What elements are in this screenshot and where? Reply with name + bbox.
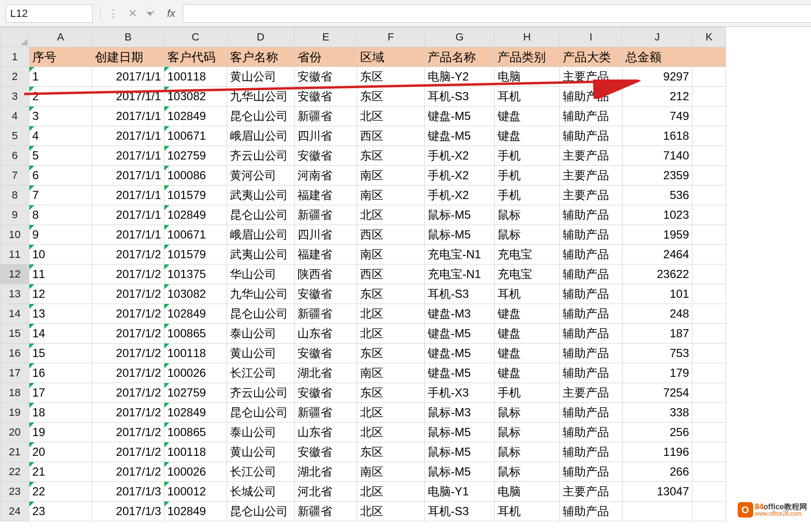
cell-I18[interactable]: 主要产品 xyxy=(560,383,622,403)
cell-J3[interactable]: 212 xyxy=(622,87,692,106)
cell-J14[interactable]: 248 xyxy=(622,304,692,324)
cell-J18[interactable]: 7254 xyxy=(622,383,692,403)
cell-C4[interactable]: 102849 xyxy=(164,106,227,126)
row-header-22[interactable]: 22 xyxy=(0,462,29,482)
row-header-17[interactable]: 17 xyxy=(0,363,29,383)
cell-D17[interactable]: 长江公司 xyxy=(227,363,295,383)
cell-G24[interactable]: 耳机-S3 xyxy=(425,502,495,521)
cell-H19[interactable]: 鼠标 xyxy=(495,403,560,423)
cell-C2[interactable]: 100118 xyxy=(164,67,227,87)
header-cell-K1[interactable] xyxy=(692,47,726,67)
cell-G20[interactable]: 鼠标-M5 xyxy=(425,423,495,442)
cell-D6[interactable]: 齐云山公司 xyxy=(227,146,295,166)
cell-A5[interactable]: 4 xyxy=(29,126,92,146)
col-header-D[interactable]: D xyxy=(227,27,295,47)
row-header-23[interactable]: 23 xyxy=(0,482,29,502)
cell-B7[interactable]: 2017/1/1 xyxy=(92,166,164,186)
cell-I7[interactable]: 主要产品 xyxy=(560,166,622,186)
cell-K12[interactable] xyxy=(692,265,726,284)
cell-D9[interactable]: 昆仑山公司 xyxy=(227,205,295,225)
cell-F16[interactable]: 东区 xyxy=(357,344,425,363)
cell-D18[interactable]: 齐云山公司 xyxy=(227,383,295,403)
cell-K8[interactable] xyxy=(692,186,726,205)
cell-G23[interactable]: 电脑-Y1 xyxy=(425,482,495,502)
cell-D14[interactable]: 昆仑山公司 xyxy=(227,304,295,324)
select-all-corner[interactable] xyxy=(0,27,29,47)
cell-I24[interactable]: 辅助产品 xyxy=(560,502,622,521)
cell-D16[interactable]: 黄山公司 xyxy=(227,344,295,363)
cell-H4[interactable]: 键盘 xyxy=(495,106,560,126)
cell-E18[interactable]: 安徽省 xyxy=(295,383,357,403)
cell-A17[interactable]: 16 xyxy=(29,363,92,383)
cell-F22[interactable]: 南区 xyxy=(357,462,425,482)
cell-E22[interactable]: 湖北省 xyxy=(295,462,357,482)
cell-B9[interactable]: 2017/1/1 xyxy=(92,205,164,225)
cell-E5[interactable]: 四川省 xyxy=(295,126,357,146)
cell-A9[interactable]: 8 xyxy=(29,205,92,225)
cell-C11[interactable]: 101579 xyxy=(164,245,227,265)
cell-E3[interactable]: 安徽省 xyxy=(295,87,357,106)
cell-D3[interactable]: 九华山公司 xyxy=(227,87,295,106)
cell-A24[interactable]: 23 xyxy=(29,502,92,521)
cell-K22[interactable] xyxy=(692,462,726,482)
cell-K10[interactable] xyxy=(692,225,726,245)
formula-input[interactable] xyxy=(183,4,811,23)
cell-J7[interactable]: 2359 xyxy=(622,166,692,186)
cell-J4[interactable]: 749 xyxy=(622,106,692,126)
cell-F10[interactable]: 西区 xyxy=(357,225,425,245)
cell-H22[interactable]: 鼠标 xyxy=(495,462,560,482)
cell-H24[interactable]: 耳机 xyxy=(495,502,560,521)
cell-H10[interactable]: 鼠标 xyxy=(495,225,560,245)
cell-J11[interactable]: 2464 xyxy=(622,245,692,265)
row-header-24[interactable]: 24 xyxy=(0,502,29,521)
cell-B19[interactable]: 2017/1/2 xyxy=(92,403,164,423)
cell-I9[interactable]: 辅助产品 xyxy=(560,205,622,225)
cell-I5[interactable]: 辅助产品 xyxy=(560,126,622,146)
cell-H20[interactable]: 鼠标 xyxy=(495,423,560,442)
cell-H14[interactable]: 键盘 xyxy=(495,304,560,324)
cell-F23[interactable]: 北区 xyxy=(357,482,425,502)
cell-I12[interactable]: 辅助产品 xyxy=(560,265,622,284)
header-cell-J1[interactable]: 总金额 xyxy=(622,47,692,67)
cell-D5[interactable]: 峨眉山公司 xyxy=(227,126,295,146)
cell-C21[interactable]: 100118 xyxy=(164,442,227,462)
cell-B13[interactable]: 2017/1/2 xyxy=(92,284,164,304)
cell-C13[interactable]: 103082 xyxy=(164,284,227,304)
header-cell-C1[interactable]: 客户代码 xyxy=(164,47,227,67)
cell-A15[interactable]: 14 xyxy=(29,324,92,344)
cell-D8[interactable]: 武夷山公司 xyxy=(227,186,295,205)
confirm-icon[interactable]: ✓ xyxy=(143,5,161,22)
cell-A19[interactable]: 18 xyxy=(29,403,92,423)
cell-H11[interactable]: 充电宝 xyxy=(495,245,560,265)
cell-I15[interactable]: 辅助产品 xyxy=(560,324,622,344)
cell-E16[interactable]: 安徽省 xyxy=(295,344,357,363)
cell-C5[interactable]: 100671 xyxy=(164,126,227,146)
row-header-1[interactable]: 1 xyxy=(0,47,29,67)
cell-E12[interactable]: 陕西省 xyxy=(295,265,357,284)
cell-B24[interactable]: 2017/1/3 xyxy=(92,502,164,521)
cell-C6[interactable]: 102759 xyxy=(164,146,227,166)
cell-K11[interactable] xyxy=(692,245,726,265)
cell-J2[interactable]: 9297 xyxy=(622,67,692,87)
cell-K15[interactable] xyxy=(692,324,726,344)
cell-C15[interactable]: 100865 xyxy=(164,324,227,344)
cell-I10[interactable]: 辅助产品 xyxy=(560,225,622,245)
row-header-15[interactable]: 15 xyxy=(0,324,29,344)
row-header-19[interactable]: 19 xyxy=(0,403,29,423)
row-header-9[interactable]: 9 xyxy=(0,205,29,225)
cell-H3[interactable]: 耳机 xyxy=(495,87,560,106)
expand-icon[interactable]: ⋮ xyxy=(105,5,122,22)
cell-K20[interactable] xyxy=(692,423,726,442)
cell-H8[interactable]: 手机 xyxy=(495,186,560,205)
cell-E20[interactable]: 山东省 xyxy=(295,423,357,442)
cell-J13[interactable]: 101 xyxy=(622,284,692,304)
cell-G3[interactable]: 耳机-S3 xyxy=(425,87,495,106)
cell-C14[interactable]: 102849 xyxy=(164,304,227,324)
cell-E15[interactable]: 山东省 xyxy=(295,324,357,344)
cell-B17[interactable]: 2017/1/2 xyxy=(92,363,164,383)
cell-K18[interactable] xyxy=(692,383,726,403)
cell-A2[interactable]: 1 xyxy=(29,67,92,87)
cell-J20[interactable]: 256 xyxy=(622,423,692,442)
cell-J16[interactable]: 753 xyxy=(622,344,692,363)
cell-F9[interactable]: 北区 xyxy=(357,205,425,225)
